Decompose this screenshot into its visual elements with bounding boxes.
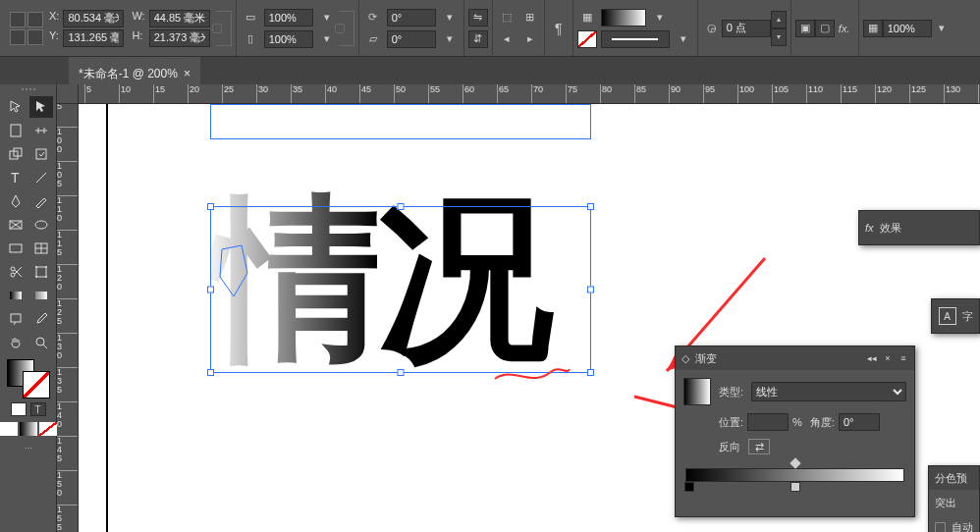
selection-bounding-box[interactable] — [210, 206, 591, 373]
resize-handle[interactable] — [398, 203, 405, 210]
note-tool[interactable] — [4, 308, 27, 330]
character-panel-collapsed[interactable]: A 字 — [931, 298, 980, 334]
toolbox-grip[interactable] — [9, 88, 48, 94]
resize-handle[interactable] — [587, 287, 594, 293]
stroke-style-preview[interactable] — [601, 30, 670, 48]
gradient-stop-start[interactable] — [684, 482, 694, 492]
stroke-none-swatch[interactable] — [577, 30, 597, 48]
document-tab[interactable]: *未命名-1 @ 200% × — [69, 57, 200, 84]
chevron-down-icon[interactable]: ▾ — [932, 20, 952, 37]
corner-stepper[interactable]: ▴▾ — [771, 11, 787, 46]
reference-point-selector[interactable] — [10, 12, 43, 45]
paragraph-style-icon[interactable]: ¶ — [549, 20, 569, 37]
gradient-angle-input[interactable] — [839, 413, 880, 431]
resize-handle[interactable] — [587, 369, 594, 376]
gradient-panel[interactable]: ◇ 渐变 ◂◂ × ≡ 类型: 线性 位置:% 角度: 反向 ⇄ — [675, 346, 915, 517]
panel-menu-icon[interactable]: ≡ — [898, 353, 908, 363]
gradient-reverse-button[interactable]: ⇄ — [748, 439, 770, 454]
checkbox[interactable] — [935, 522, 946, 532]
gradient-swatch-tool[interactable] — [4, 285, 27, 306]
eyedropper-tool[interactable] — [29, 308, 53, 330]
gradient-preview-swatch[interactable] — [683, 378, 711, 405]
ellipse-tool[interactable] — [29, 214, 53, 236]
direct-selection-tool[interactable] — [29, 96, 53, 118]
fit-content-icon[interactable]: ▣ — [795, 20, 815, 37]
opacity-input[interactable] — [883, 20, 932, 37]
link-wh-toggle[interactable] — [216, 11, 232, 46]
ruler-tick: 110 — [806, 84, 823, 103]
y-input[interactable] — [63, 29, 124, 47]
chevron-down-icon[interactable]: ▾ — [440, 9, 460, 27]
scale-w-icon: ▭ — [241, 9, 260, 27]
gradient-stop-end[interactable] — [790, 482, 800, 492]
rectangle-tool[interactable] — [4, 238, 27, 259]
x-input[interactable] — [63, 10, 124, 27]
resize-handle[interactable] — [398, 369, 405, 376]
selection-tool[interactable] — [4, 96, 27, 118]
collapse-icon[interactable]: ◇ — [681, 352, 689, 365]
close-tab-icon[interactable]: × — [184, 67, 191, 80]
select-content-icon[interactable]: ⊞ — [520, 9, 540, 27]
free-transform-tool[interactable] — [29, 261, 53, 283]
empty-text-frame[interactable] — [210, 104, 591, 139]
pencil-tool[interactable] — [29, 190, 53, 212]
w-input[interactable] — [149, 10, 210, 27]
prev-object-icon[interactable]: ◂ — [497, 30, 517, 48]
opacity-icon: ▦ — [863, 20, 883, 37]
color-mode-row[interactable] — [0, 422, 57, 436]
horizontal-ruler[interactable]: 5101520253035404550556065707580859095100… — [79, 84, 980, 104]
link-scale-toggle[interactable] — [339, 11, 354, 46]
separations-item-2: 自动 — [952, 520, 973, 532]
stroke-proxy[interactable] — [23, 371, 50, 399]
resize-handle[interactable] — [587, 203, 594, 210]
rotate-input[interactable] — [387, 9, 436, 27]
content-collector-tool[interactable] — [4, 143, 27, 165]
resize-handle[interactable] — [207, 203, 214, 210]
gap-tool[interactable] — [29, 120, 53, 141]
flip-vertical-button[interactable]: ⇵ — [468, 30, 488, 48]
gradient-position-input[interactable] — [747, 413, 789, 431]
chevron-down-icon[interactable]: ▾ — [317, 30, 337, 48]
pen-tool[interactable] — [4, 190, 27, 212]
separations-panel[interactable]: 分色预 突出 自动 忽略 — [928, 465, 980, 532]
type-tool[interactable]: T — [4, 167, 27, 188]
fx-icon[interactable]: fx. — [835, 20, 854, 37]
page-tool[interactable] — [4, 120, 27, 141]
effects-panel[interactable]: fx 效果 — [858, 210, 980, 245]
fit-frame-icon[interactable]: ▢ — [815, 20, 835, 37]
chevron-down-icon[interactable]: ▾ — [650, 9, 670, 27]
scale-w-input[interactable] — [264, 9, 313, 27]
fill-swatch[interactable] — [601, 9, 646, 27]
next-object-icon[interactable]: ▸ — [520, 30, 540, 48]
text-wrap-icon[interactable]: ▦ — [577, 9, 597, 27]
gradient-ramp[interactable] — [685, 468, 904, 482]
chevron-down-icon[interactable]: ▾ — [440, 30, 460, 48]
hand-tool[interactable] — [4, 332, 27, 353]
flip-horizontal-button[interactable]: ⇋ — [468, 9, 488, 27]
chevron-down-icon[interactable]: ▾ — [674, 30, 693, 48]
line-tool[interactable] — [29, 167, 53, 188]
select-container-icon[interactable]: ⬚ — [497, 9, 517, 27]
scissors-tool[interactable] — [4, 261, 27, 283]
gradient-feather-tool[interactable] — [29, 285, 53, 306]
gradient-type-select[interactable]: 线性 — [751, 382, 906, 401]
table-tool[interactable] — [29, 238, 53, 259]
rectangle-frame-tool[interactable] — [4, 214, 27, 236]
vertical-ruler[interactable]: 9510010511011512012513013514014515015516… — [57, 104, 79, 532]
ruler-origin[interactable] — [57, 84, 79, 104]
h-input[interactable] — [149, 29, 210, 47]
panel-collapse-icon[interactable]: ◂◂ — [867, 353, 877, 363]
zoom-tool[interactable] — [29, 332, 53, 353]
content-placer-tool[interactable] — [29, 143, 53, 165]
chevron-down-icon[interactable]: ▾ — [317, 9, 337, 27]
corner-input[interactable] — [722, 20, 771, 37]
shear-input[interactable] — [387, 30, 436, 48]
fill-stroke-proxy[interactable] — [7, 359, 50, 399]
apply-to-container-text[interactable]: T — [11, 402, 46, 416]
gradient-midpoint[interactable] — [789, 457, 800, 468]
resize-handle[interactable] — [207, 369, 214, 376]
scale-h-input[interactable] — [264, 30, 313, 48]
separations-item-1[interactable]: 突出 — [935, 496, 973, 510]
panel-close-icon[interactable]: × — [883, 353, 893, 363]
resize-handle[interactable] — [207, 287, 214, 293]
